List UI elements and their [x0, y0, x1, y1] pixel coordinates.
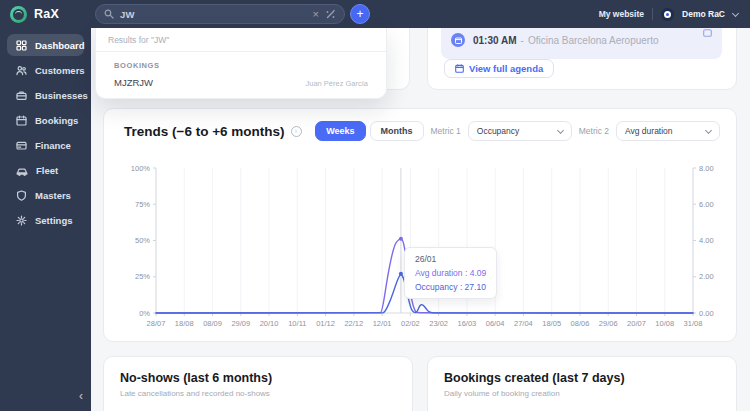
svg-text:10/11: 10/11 — [288, 319, 306, 328]
sidebar-item-bookings[interactable]: Bookings — [7, 109, 84, 131]
chart-tooltip: 26/01 Avg duration : 4.09 Occupancy : 27… — [404, 247, 497, 299]
svg-text:18/05: 18/05 — [542, 319, 561, 328]
svg-text:22/12: 22/12 — [344, 319, 363, 328]
sidebar-item-label: Bookings — [35, 115, 78, 126]
settings-icon — [16, 215, 27, 226]
svg-text:20/07: 20/07 — [627, 319, 646, 328]
trends-card: Trends (−6 to +6 months) i Weeks Months … — [103, 108, 737, 342]
brand[interactable]: RaX — [10, 0, 59, 28]
svg-text:31/08: 31/08 — [684, 319, 703, 328]
svg-text:18/08: 18/08 — [175, 319, 194, 328]
metric1-value: Occupancy — [477, 126, 520, 136]
add-button[interactable]: + — [350, 4, 370, 24]
search-input[interactable]: JW × — [95, 4, 345, 24]
calendar-icon — [455, 64, 464, 73]
sidebar-item-finance[interactable]: Finance — [7, 134, 84, 156]
svg-text:8.00: 8.00 — [699, 164, 714, 173]
trends-header: Trends (−6 to +6 months) i Weeks Months … — [104, 109, 736, 141]
view-full-agenda-label: View full agenda — [469, 63, 543, 74]
sidebar-item-label: Dashboard — [35, 40, 85, 51]
no-shows-subtitle: Late cancellations and recorded no-shows — [120, 389, 396, 398]
sidebar-item-label: Fleet — [36, 165, 58, 176]
period-toggle: Weeks Months — [315, 121, 423, 141]
topbar: RaX JW × + My website Demo RaC — [0, 0, 750, 28]
svg-text:0%: 0% — [139, 309, 150, 318]
sidebar-item-dashboard[interactable]: Dashboard — [7, 34, 84, 56]
svg-text:08/06: 08/06 — [571, 319, 590, 328]
tooltip-date: 26/01 — [415, 254, 486, 264]
svg-text:16/03: 16/03 — [458, 319, 477, 328]
sidebar: Dashboard Customers Businesses Bookings — [0, 28, 91, 411]
sidebar-item-businesses[interactable]: Businesses — [7, 84, 84, 106]
svg-text:12/01: 12/01 — [373, 319, 392, 328]
metric2-value: Avg duration — [625, 126, 673, 136]
clear-search-icon[interactable]: × — [313, 9, 319, 20]
masters-icon — [16, 190, 27, 201]
no-shows-card: No-shows (last 6 months) Late cancellati… — [103, 356, 413, 411]
metric2-select[interactable]: Avg duration — [616, 121, 720, 141]
bookings-created-title: Bookings created (last 7 days) — [444, 371, 720, 385]
search-results-dropdown: Results for "JW" BOOKINGS MJZRJW Juan Pé… — [95, 28, 387, 99]
trend-chart[interactable]: 28/0718/0808/0929/0920/1010/1101/1222/12… — [104, 159, 738, 339]
trends-controls: Weeks Months Metric 1 Occupancy Metric 2… — [315, 121, 720, 141]
sidebar-item-masters[interactable]: Masters — [7, 184, 84, 206]
svg-text:01/12: 01/12 — [316, 319, 335, 328]
my-website-link[interactable]: My website — [599, 9, 644, 19]
finance-icon — [16, 140, 27, 151]
sidebar-item-fleet[interactable]: Fleet — [7, 159, 84, 181]
svg-text:0.00: 0.00 — [699, 309, 714, 318]
dashboard-icon — [16, 40, 27, 51]
svg-text:29/06: 29/06 — [599, 319, 618, 328]
bookings-section-label: BOOKINGS — [114, 61, 368, 70]
advanced-search-icon[interactable] — [325, 9, 336, 20]
sidebar-item-label: Businesses — [35, 90, 88, 101]
svg-text:29/09: 29/09 — [231, 319, 250, 328]
sidebar-item-settings[interactable]: Settings — [7, 209, 84, 231]
svg-text:100%: 100% — [131, 164, 151, 173]
svg-text:28/07: 28/07 — [147, 319, 166, 328]
topbar-right: My website Demo RaC — [599, 0, 738, 28]
businesses-icon — [16, 90, 27, 101]
fleet-icon — [16, 165, 28, 176]
app-root: RaX JW × + My website Demo RaC — [0, 0, 750, 411]
search-icon — [104, 9, 114, 19]
svg-text:4.00: 4.00 — [699, 236, 714, 245]
result-name: Juan Pérez García — [305, 79, 368, 88]
sidebar-item-label: Finance — [35, 140, 71, 151]
sidebar-collapse-button[interactable]: ‹ — [79, 391, 83, 401]
trends-title: Trends (−6 to +6 months) — [124, 124, 285, 139]
avatar — [661, 8, 674, 21]
account-menu[interactable]: Demo RaC — [682, 9, 725, 19]
dropdown-divider — [96, 51, 386, 52]
search-result-item[interactable]: MJZRJW Juan Pérez García — [114, 77, 368, 88]
tooltip-avg-duration: Avg duration : 4.09 — [415, 268, 486, 278]
chevron-down-icon[interactable] — [732, 9, 739, 16]
metric1-label: Metric 1 — [431, 126, 461, 136]
view-full-agenda-button[interactable]: View full agenda — [444, 59, 554, 78]
svg-text:10/08: 10/08 — [655, 319, 674, 328]
sidebar-item-customers[interactable]: Customers — [7, 59, 84, 81]
event-separator: - — [521, 35, 524, 46]
metric2-label: Metric 2 — [579, 126, 609, 136]
svg-text:50%: 50% — [135, 236, 150, 245]
result-code: MJZRJW — [114, 77, 153, 88]
svg-text:27/04: 27/04 — [514, 319, 533, 328]
bookings-icon — [16, 115, 27, 126]
tooltip-occupancy: Occupancy : 27.10 — [415, 282, 486, 292]
topbar-divider — [652, 8, 653, 20]
event-time: 01:30 AM — [473, 35, 517, 46]
search-value: JW — [120, 9, 307, 20]
bookings-created-subtitle: Daily volume of booking creation — [444, 389, 720, 398]
weeks-toggle-button[interactable]: Weeks — [315, 121, 365, 141]
event-icon — [451, 33, 465, 47]
sidebar-item-label: Masters — [35, 190, 71, 201]
info-icon[interactable]: i — [291, 126, 302, 137]
chevron-down-icon — [705, 126, 712, 133]
logo-icon — [10, 6, 27, 23]
sidebar-item-label: Settings — [35, 215, 72, 226]
results-header: Results for "JW" — [96, 28, 386, 51]
metric1-select[interactable]: Occupancy — [468, 121, 572, 141]
no-shows-title: No-shows (last 6 months) — [120, 371, 396, 385]
months-toggle-button[interactable]: Months — [370, 121, 424, 141]
svg-text:08/09: 08/09 — [203, 319, 222, 328]
